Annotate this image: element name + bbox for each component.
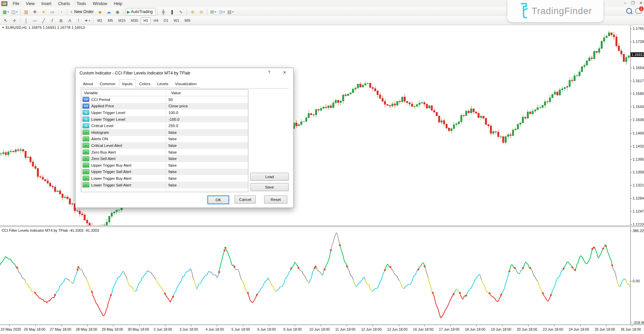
timeframe-d1[interactable]: D1	[161, 17, 171, 24]
ok-button[interactable]: OK	[207, 196, 229, 204]
profiles-button[interactable]: ◫▾	[10, 8, 18, 15]
menu-item-tools[interactable]: Tools	[73, 1, 90, 7]
table-row[interactable]: ~Upper Trigger Sell Alertfalse	[81, 169, 248, 175]
value-cell[interactable]: false	[166, 157, 177, 161]
table-row[interactable]: 123Applied PriceClose price	[81, 103, 248, 110]
restore-button[interactable]: ❐	[631, 1, 635, 5]
chevron-down-icon[interactable]: ▼	[2, 26, 4, 29]
indicators-button[interactable]: ⊞▾	[209, 8, 217, 15]
tab-colors[interactable]: Colors	[136, 80, 154, 88]
line-chart-button[interactable]: ∿	[177, 8, 185, 15]
tab-common[interactable]: Common	[96, 80, 119, 88]
table-row[interactable]: ~Alerts ONfalse	[81, 136, 248, 143]
autotrading-button[interactable]: ▶AutoTrading	[125, 8, 156, 15]
new-chart-button[interactable]: ▦▾	[2, 8, 10, 15]
zoom-out-button[interactable]: ⊖	[197, 8, 205, 15]
options-button[interactable]: ◉	[113, 8, 121, 15]
table-row[interactable]: ½Critical Level250.0	[81, 122, 248, 129]
table-row[interactable]: ~Lower Trigger Sell Alertfalse	[81, 182, 248, 188]
value-cell[interactable]: 100.0	[166, 111, 178, 115]
menu-item-charts[interactable]: Charts	[55, 1, 73, 7]
reset-button[interactable]: Reset	[264, 196, 287, 204]
value-cell[interactable]: Close price	[166, 104, 188, 108]
menu-item-insert[interactable]: Insert	[38, 1, 55, 7]
trendline-button[interactable]: ╱	[40, 17, 48, 24]
value-cell[interactable]: false	[166, 170, 177, 174]
close-button[interactable]: ✕	[639, 1, 643, 5]
table-row[interactable]: ~Lower Trigger Buy Alertfalse	[81, 175, 248, 182]
dialog-help-button[interactable]: ?	[264, 70, 274, 76]
value-cell[interactable]: 50	[166, 98, 173, 102]
table-row[interactable]: ½Upper Trigger Level100.0	[81, 109, 248, 116]
periods-button[interactable]: ◷▾	[218, 8, 226, 15]
value-cell[interactable]: 250.0	[166, 124, 178, 128]
tab-visualization[interactable]: Visualization	[172, 80, 200, 88]
channel-button[interactable]: ⫽	[48, 17, 56, 24]
timeframe-m15[interactable]: M15	[116, 17, 128, 24]
timeframe-m5[interactable]: M5	[105, 17, 115, 24]
menu-item-help[interactable]: Help	[110, 1, 126, 7]
fibonacci-button[interactable]: ≣	[57, 17, 65, 24]
table-row[interactable]: ½Lower Trigger Level-100.0	[81, 116, 248, 123]
data-window-button[interactable]: ✚	[31, 8, 39, 15]
text-label-button[interactable]: ⊺	[75, 17, 83, 24]
save-button[interactable]: Save	[250, 183, 289, 191]
tab-levels[interactable]: Levels	[154, 80, 171, 88]
timeframe-m1[interactable]: M1	[95, 17, 105, 24]
table-row[interactable]: ~Upper Trigger Buy Alertfalse	[81, 162, 248, 169]
bar-chart-button[interactable]: ╫	[159, 8, 167, 15]
cursor-button[interactable]: ↖	[2, 17, 10, 24]
value-cell[interactable]: false	[166, 150, 177, 154]
zoom-in-button[interactable]: ⊕	[189, 8, 197, 15]
price-axis[interactable]: 1.176551.172851.165451.161751.158051.154…	[630, 25, 644, 325]
horizontal-line-button[interactable]: —	[31, 17, 39, 24]
terminal-button[interactable]: ▭	[48, 8, 56, 15]
time-axis[interactable]: 23 May 202526 May 18:0027 May 18:0028 Ma…	[0, 325, 644, 334]
table-row[interactable]: ~Critical Level Alertfalse	[81, 142, 248, 149]
candlestick-chart-button[interactable]: ❚	[168, 8, 176, 15]
value-cell[interactable]: -100.0	[166, 117, 180, 121]
market-watch-button[interactable]: ▥	[22, 8, 30, 15]
table-row[interactable]: ~Zero Buy Alertfalse	[81, 149, 248, 156]
search-icon[interactable]	[626, 8, 632, 14]
value-cell[interactable]: false	[166, 137, 177, 141]
strategy-tester-button[interactable]: ◔	[57, 8, 65, 15]
tab-inputs[interactable]: Inputs	[119, 79, 136, 88]
value-cell[interactable]: false	[166, 144, 177, 148]
new-order-button[interactable]: ＋New Order	[69, 8, 95, 15]
value-cell[interactable]: false	[166, 176, 177, 180]
metaeditor-button[interactable]: ◆	[96, 8, 104, 15]
menu-item-view[interactable]: View	[22, 1, 38, 7]
pane-splitter[interactable]	[0, 225, 644, 227]
experts-button[interactable]: ☁	[105, 8, 113, 15]
arrows-button[interactable]: ✦▾	[83, 17, 91, 24]
minimize-button[interactable]: –	[624, 1, 626, 5]
value-cell[interactable]: false	[166, 183, 177, 187]
price-tick	[631, 29, 632, 29]
time-label: 18 Jun 18:00	[465, 327, 485, 331]
value-cell[interactable]: false	[166, 130, 177, 134]
table-row[interactable]: ~Histogramfalse	[81, 129, 248, 136]
navigator-button[interactable]: ★	[40, 8, 48, 15]
text-button[interactable]: A	[66, 17, 74, 24]
timeframe-mn[interactable]: MN	[182, 17, 193, 24]
menu-item-window[interactable]: Window	[90, 1, 111, 7]
tab-about[interactable]: About	[80, 80, 96, 88]
load-button[interactable]: Load	[250, 173, 289, 181]
timeframe-w1[interactable]: W1	[171, 17, 182, 24]
menu-item-file[interactable]: File	[9, 1, 22, 7]
timeframe-h4[interactable]: H4	[151, 17, 161, 24]
dialog-close-button[interactable]: ✕	[280, 70, 289, 76]
table-row[interactable]: ~Zero Sell Alertfalse	[81, 155, 248, 162]
value-cell[interactable]: false	[166, 163, 177, 167]
notification-icon[interactable]: 1	[635, 8, 642, 14]
timeframe-m30[interactable]: M30	[128, 17, 141, 24]
dialog-titlebar[interactable]: Custom Indicator - CCI Filter Levels Ind…	[76, 68, 293, 78]
cancel-button[interactable]: Cancel	[235, 196, 256, 204]
table-row[interactable]: 123CCI Period50	[81, 96, 248, 103]
vertical-line-button[interactable]: │	[22, 17, 30, 24]
crosshair-button[interactable]: ✛	[10, 17, 18, 24]
templates-button[interactable]: ▤▾	[227, 8, 235, 15]
cci-indicator-canvas[interactable]	[0, 227, 630, 325]
timeframe-h1[interactable]: H1	[141, 17, 151, 24]
